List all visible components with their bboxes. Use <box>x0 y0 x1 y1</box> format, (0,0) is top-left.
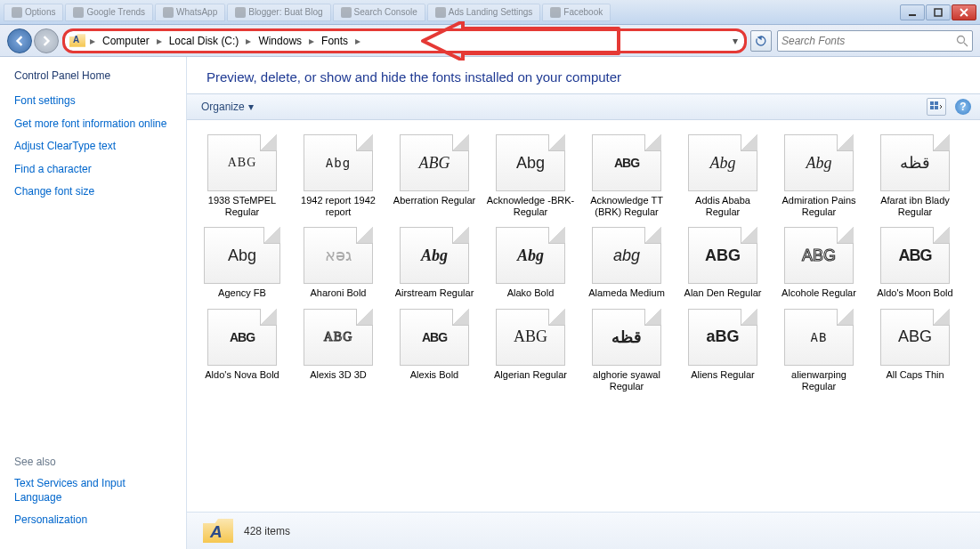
font-label: Aberration Regular <box>393 195 475 206</box>
breadcrumb-sep[interactable]: ▸ <box>88 31 97 51</box>
font-item[interactable]: ABGAlexis 3D 3D <box>292 307 385 394</box>
font-label: Addis Ababa Regular <box>678 195 767 218</box>
taskbar-tab[interactable]: Search Console <box>333 4 425 21</box>
font-sample: Abg <box>228 246 256 265</box>
sidebar-link-change-size[interactable]: Change font size <box>14 185 172 199</box>
breadcrumb[interactable]: ▸ Computer ▸ Local Disk (C:) ▸ Windows ▸… <box>64 30 745 52</box>
font-label: Aliens Regular <box>691 369 755 381</box>
crumb-fonts[interactable]: Fonts <box>316 31 353 51</box>
sidebar-link-font-settings[interactable]: Font settings <box>14 94 172 109</box>
view-icon <box>930 101 943 112</box>
font-item[interactable]: قظهalghorie syawal Regular <box>580 307 673 394</box>
taskbar-tab[interactable]: Blogger: Buat Blog <box>227 4 330 21</box>
maximize-button[interactable] <box>926 4 951 20</box>
font-item[interactable]: Abg1942 report 1942 report <box>292 133 385 220</box>
font-thumbnail: ABG <box>207 134 277 191</box>
font-item[interactable]: אәגAharoni Bold <box>292 225 385 301</box>
font-label: Algerian Regular <box>494 369 567 381</box>
breadcrumb-sep[interactable]: ▸ <box>155 31 164 51</box>
breadcrumb-sep[interactable]: ▸ <box>244 31 253 51</box>
font-label: Aldo's Nova Bold <box>205 369 279 381</box>
font-item[interactable]: AbgAdmiration Pains Regular <box>773 133 865 220</box>
organize-button[interactable]: Organize ▾ <box>196 99 259 115</box>
font-item[interactable]: AbgAgency FB <box>196 225 288 301</box>
font-sample: Abg <box>517 246 544 265</box>
address-dropdown[interactable]: ▾ <box>728 35 742 47</box>
font-thumbnail: Abg <box>688 134 757 191</box>
seealso-link-personalization[interactable]: Personalization <box>14 513 172 528</box>
font-item[interactable]: ABGAll Caps Thin <box>869 307 961 394</box>
fonts-folder-icon <box>69 33 85 49</box>
font-sample: ABG <box>228 156 257 170</box>
font-label: Agency FB <box>218 287 266 299</box>
taskbar-tab[interactable]: Google Trends <box>65 4 153 21</box>
seealso-link-text-services[interactable]: Text Services and Input Language <box>14 477 172 505</box>
font-item[interactable]: ABGAlexis Bold <box>388 307 481 394</box>
search-box[interactable] <box>777 30 973 52</box>
font-thumbnail: ABG <box>880 227 950 284</box>
font-label: 1942 report 1942 report <box>294 195 383 218</box>
font-thumbnail: ABG <box>592 134 661 191</box>
font-item[interactable]: aBGAliens Regular <box>676 307 769 394</box>
font-item[interactable]: قظهAfarat ibn Blady Regular <box>869 133 961 220</box>
page-title: Preview, delete, or show and hide the fo… <box>187 57 980 93</box>
font-item[interactable]: ABGAberration Regular <box>388 133 481 220</box>
font-item[interactable]: AbgAcknowledge -BRK- Regular <box>484 133 577 220</box>
font-item[interactable]: ABGAlgerian Regular <box>484 307 577 394</box>
font-grid-area[interactable]: ABG1938 STeMPEL RegularAbg1942 report 19… <box>187 120 980 512</box>
taskbar-tab[interactable]: Options <box>4 4 63 21</box>
font-item[interactable]: ABGAldo's Moon Bold <box>869 225 961 301</box>
font-item[interactable]: ABGAlcohole Regular <box>773 225 865 301</box>
font-item[interactable]: ABGAldo's Nova Bold <box>196 307 288 394</box>
font-sample: Abg <box>516 154 545 173</box>
font-item[interactable]: ABGAcknowledge TT (BRK) Regular <box>580 133 673 220</box>
font-sample: ABG <box>324 330 353 344</box>
taskbar-tab[interactable]: Facebook <box>542 4 611 21</box>
font-label: Aharoni Bold <box>311 287 367 299</box>
nav-buttons <box>7 28 59 53</box>
font-thumbnail: Abg <box>304 134 373 191</box>
crumb-windows[interactable]: Windows <box>253 31 307 51</box>
font-sample: אәג <box>325 246 352 265</box>
sidebar-link-find-character[interactable]: Find a character <box>14 163 172 177</box>
font-item[interactable]: AbgAlako Bold <box>484 225 577 301</box>
font-label: Alan Den Regular <box>684 287 762 299</box>
search-input[interactable] <box>782 35 956 47</box>
titlebar: Options Google Trends WhatsApp Blogger: … <box>0 0 980 25</box>
view-options-button[interactable] <box>927 98 946 116</box>
font-label: alghorie syawal Regular <box>582 369 671 392</box>
back-button[interactable] <box>7 28 32 53</box>
font-item[interactable]: AbgAddis Ababa Regular <box>676 133 769 220</box>
svg-point-2 <box>958 36 965 43</box>
close-button[interactable] <box>952 4 976 20</box>
forward-button[interactable] <box>34 28 59 53</box>
sidebar-link-more-info[interactable]: Get more font information online <box>14 117 172 132</box>
font-item[interactable]: ABalienwarping Regular <box>773 307 865 394</box>
font-item[interactable]: ABGAlan Den Regular <box>676 225 769 301</box>
taskbar-tab[interactable]: Ads Landing Settings <box>427 4 541 21</box>
font-thumbnail: Abg <box>204 227 280 284</box>
refresh-button[interactable] <box>750 30 772 52</box>
font-item[interactable]: AbgAirstream Regular <box>388 225 481 301</box>
crumb-computer[interactable]: Computer <box>97 31 155 51</box>
font-label: Admiration Pains Regular <box>774 195 863 218</box>
sidebar: Control Panel Home Font settings Get mor… <box>0 57 187 549</box>
breadcrumb-sep[interactable]: ▸ <box>307 31 316 51</box>
font-thumbnail: AB <box>784 309 854 366</box>
help-button[interactable]: ? <box>955 99 971 115</box>
font-sample: قظه <box>900 153 930 173</box>
taskbar-tab[interactable]: WhatsApp <box>155 4 225 21</box>
font-label: Afarat ibn Blady Regular <box>871 195 960 218</box>
font-label: Alexis Bold <box>410 369 458 381</box>
font-sample: ABG <box>514 327 547 346</box>
font-thumbnail: aBG <box>688 309 757 366</box>
sidebar-link-cleartype[interactable]: Adjust ClearType text <box>14 140 172 154</box>
font-sample: ABG <box>898 327 932 346</box>
font-label: 1938 STeMPEL Regular <box>198 195 287 218</box>
breadcrumb-sep[interactable]: ▸ <box>353 31 362 51</box>
font-item[interactable]: ABG1938 STeMPEL Regular <box>196 133 288 220</box>
font-item[interactable]: abgAlameda Medium <box>580 225 673 301</box>
crumb-local-disk[interactable]: Local Disk (C:) <box>164 31 245 51</box>
font-label: Alameda Medium <box>588 287 665 299</box>
minimize-button[interactable] <box>900 4 925 20</box>
